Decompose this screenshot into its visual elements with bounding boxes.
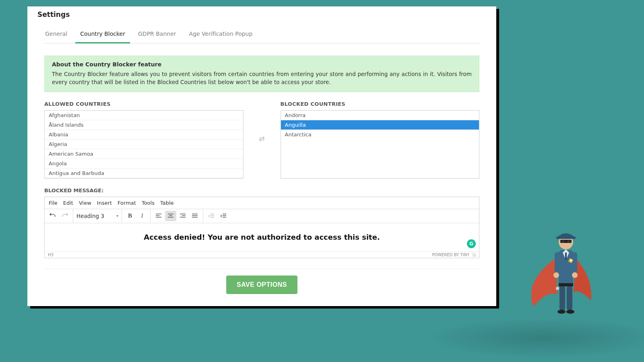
editor-menubar: FileEditViewInsertFormatToolsTable	[45, 197, 479, 209]
page-title: Settings	[27, 6, 496, 22]
menu-format[interactable]: Format	[118, 200, 136, 206]
svg-point-13	[567, 240, 570, 243]
list-item[interactable]: American Samoa	[45, 149, 243, 159]
svg-rect-5	[559, 286, 565, 311]
italic-button[interactable]: I	[136, 211, 148, 221]
list-item[interactable]: Algeria	[45, 140, 243, 149]
svg-point-7	[557, 310, 566, 314]
save-options-button[interactable]: SAVE OPTIONS	[226, 276, 297, 294]
mascot-shadow	[427, 318, 644, 358]
align-center-button[interactable]	[165, 211, 176, 221]
list-item[interactable]: Antarctica	[281, 130, 479, 139]
blocked-message-label: BLOCKED MESSAGE:	[44, 187, 479, 193]
indent-button[interactable]	[218, 211, 229, 221]
menu-edit[interactable]: Edit	[63, 200, 73, 206]
allowed-countries-list[interactable]: AfghanistanÅland IslandsAlbaniaAlgeriaAm…	[44, 110, 244, 179]
blocked-countries-list[interactable]: AndorraAnguillaAntarctica	[281, 110, 480, 179]
list-item[interactable]: Andorra	[281, 111, 479, 120]
align-justify-button[interactable]	[189, 211, 200, 221]
svg-rect-15	[565, 253, 567, 260]
blocked-countries-heading: BLOCKED COUNTRIES	[281, 101, 480, 107]
allowed-countries-heading: ALLOWED COUNTRIES	[44, 101, 244, 107]
outdent-button[interactable]	[206, 211, 217, 221]
resize-grip-icon[interactable]	[472, 253, 476, 257]
info-body: The Country Blocker feature allows you t…	[52, 70, 472, 86]
align-right-button[interactable]	[177, 211, 188, 221]
svg-rect-1	[555, 252, 560, 274]
list-item[interactable]: Antigua and Barbuda	[45, 169, 243, 178]
svg-point-17	[570, 259, 572, 261]
tabs-row: General Country Blocker GDPR Banner Age …	[44, 22, 479, 43]
svg-point-10	[559, 235, 573, 249]
list-item[interactable]: Angola	[45, 159, 243, 169]
svg-point-12	[561, 240, 565, 243]
menu-file[interactable]: File	[49, 200, 58, 206]
feature-info-box: About the Country Blocker feature The Co…	[44, 56, 479, 92]
grammarly-icon[interactable]: G	[467, 239, 476, 248]
svg-point-18	[556, 287, 559, 290]
svg-rect-11	[560, 240, 572, 243]
list-item[interactable]: Argentina	[45, 178, 243, 179]
divider	[44, 269, 479, 269]
svg-point-8	[566, 310, 574, 314]
format-select[interactable]: Heading 3 ▾	[73, 209, 122, 223]
list-item[interactable]: Afghanistan	[45, 111, 243, 120]
swap-icon[interactable]: ⇄	[259, 134, 265, 143]
tab-gdpr-banner[interactable]: GDPR Banner	[137, 27, 177, 43]
svg-rect-9	[559, 283, 573, 286]
svg-point-4	[572, 272, 578, 278]
undo-button[interactable]	[47, 211, 58, 221]
svg-rect-2	[572, 252, 577, 274]
editor-content-text: Access denied! You are not authorized to…	[144, 233, 380, 241]
tab-general[interactable]: General	[44, 27, 68, 43]
rich-text-editor: FileEditViewInsertFormatToolsTable Headi…	[44, 197, 479, 258]
align-left-button[interactable]	[153, 211, 164, 221]
settings-panel: Settings General Country Blocker GDPR Ba…	[27, 6, 496, 306]
mascot-illustration	[531, 226, 600, 323]
menu-table[interactable]: Table	[160, 200, 174, 206]
svg-rect-14	[556, 237, 576, 239]
editor-toolbar: Heading 3 ▾ B I	[45, 209, 479, 223]
format-select-value: Heading 3	[76, 213, 104, 219]
chevron-down-icon: ▾	[116, 214, 118, 218]
menu-tools[interactable]: Tools	[142, 200, 155, 206]
svg-rect-0	[559, 250, 573, 286]
powered-by-label: POWERED BY TINY	[432, 253, 470, 257]
svg-marker-16	[568, 258, 573, 263]
editor-status-path: H3	[48, 253, 54, 257]
list-item[interactable]: Åland Islands	[45, 120, 243, 130]
svg-rect-6	[567, 286, 572, 311]
svg-point-3	[553, 272, 559, 278]
editor-content-area[interactable]: Access denied! You are not authorized to…	[45, 223, 479, 251]
menu-view[interactable]: View	[79, 200, 91, 206]
bold-button[interactable]: B	[124, 211, 136, 221]
menu-insert[interactable]: Insert	[97, 200, 112, 206]
list-item[interactable]: Albania	[45, 130, 243, 140]
list-item[interactable]: Anguilla	[281, 120, 479, 130]
info-title: About the Country Blocker feature	[52, 61, 472, 68]
tab-country-blocker[interactable]: Country Blocker	[79, 27, 126, 43]
tab-age-verification[interactable]: Age Verification Popup	[188, 27, 254, 43]
redo-button[interactable]	[59, 211, 70, 221]
